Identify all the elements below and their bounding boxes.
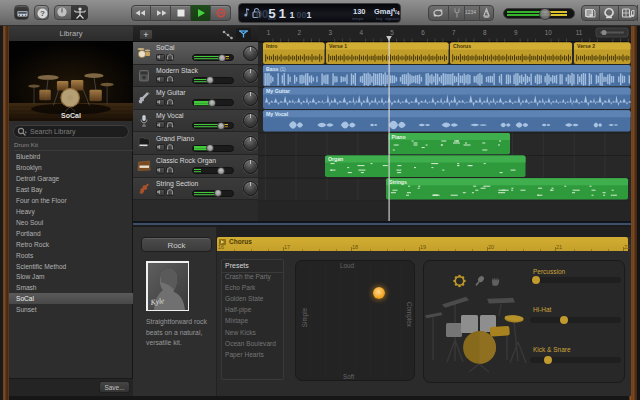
svg-text:1: 1 <box>267 29 271 36</box>
svg-text:3: 3 <box>329 29 333 36</box>
svg-text:Verse 2: Verse 2 <box>577 43 595 49</box>
svg-text:10: 10 <box>545 29 553 36</box>
svg-text:Hi-Hat: Hi-Hat <box>533 306 552 313</box>
svg-text:?: ? <box>40 9 45 18</box>
svg-text:Chorus: Chorus <box>453 43 471 49</box>
svg-text:Piano: Piano <box>392 134 406 140</box>
svg-text:7: 7 <box>452 29 456 36</box>
svg-text:4: 4 <box>359 29 363 36</box>
svg-text:My Guitar: My Guitar <box>266 88 290 94</box>
svg-text:2: 2 <box>298 29 302 36</box>
svg-text:8: 8 <box>483 29 487 36</box>
svg-text:Kick & Snare: Kick & Snare <box>533 346 571 353</box>
svg-text:Organ: Organ <box>328 156 343 162</box>
svg-text:Intro: Intro <box>266 43 278 49</box>
svg-text:Percussion: Percussion <box>533 268 566 275</box>
svg-text:Strings: Strings <box>389 179 407 185</box>
svg-text:9: 9 <box>514 29 518 36</box>
svg-text:5: 5 <box>390 29 394 36</box>
svg-text:6: 6 <box>421 29 425 36</box>
svg-text:(1): (1) <box>280 67 286 72</box>
svg-text:My Vocal: My Vocal <box>266 111 289 117</box>
svg-text:Bass: Bass <box>266 66 279 72</box>
svg-text:11: 11 <box>576 29 583 36</box>
svg-text:Verse 1: Verse 1 <box>329 43 347 49</box>
